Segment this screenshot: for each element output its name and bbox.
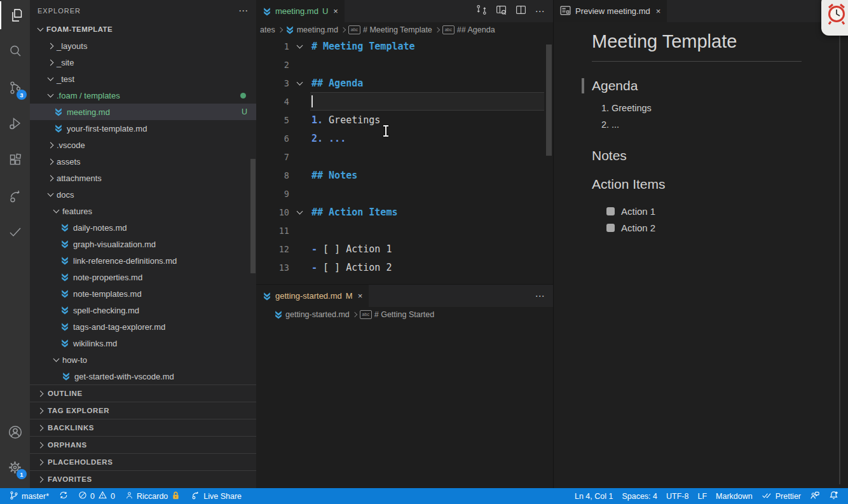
chevron-right-icon [277, 27, 282, 32]
editor-scrollbar[interactable] [546, 44, 552, 156]
more-actions-icon[interactable]: ⋯ [535, 290, 546, 302]
fold-chevron-icon[interactable] [289, 45, 310, 48]
tree-item-meeting-md[interactable]: meeting.mdU [30, 104, 256, 120]
settings-gear-icon[interactable]: 1 [0, 453, 30, 481]
tree-item-site[interactable]: _site [30, 54, 256, 71]
code-line[interactable]: 8## Notes [256, 166, 553, 184]
sidebar-section-orphans[interactable]: ORPHANS [30, 436, 256, 453]
open-changes-icon[interactable] [476, 4, 487, 18]
tree-item-graph-visualization-md[interactable]: graph-visualization.md [30, 236, 256, 252]
feedback-button[interactable] [805, 488, 824, 504]
file-tree: FOAM-TEMPLATE_layouts_site_test.foam / t… [30, 21, 256, 385]
sidebar-scrollbar[interactable] [250, 159, 256, 273]
sidebar-section-favorites[interactable]: FAVORITES [30, 470, 256, 487]
tree-item-docs[interactable]: docs [30, 186, 256, 203]
explorer-icon[interactable] [0, 1, 31, 29]
sidebar-more-actions[interactable]: ⋯ [238, 5, 249, 17]
tree-item-features[interactable]: features [30, 203, 256, 219]
breadcrumb-h1[interactable]: abc# Getting Started [360, 310, 435, 319]
fold-chevron-icon[interactable] [289, 211, 310, 214]
tree-item-assets[interactable]: assets [30, 153, 256, 170]
sidebar-section-backlinks[interactable]: BACKLINKS [30, 419, 256, 436]
code-line[interactable]: 12- [ ] Action 1 [256, 240, 553, 258]
sync-button[interactable] [55, 488, 72, 504]
code-line[interactable]: 7 [256, 147, 553, 166]
sidebar-section-tag-explorer[interactable]: TAG EXPLORER [30, 402, 256, 419]
code-line[interactable]: 13- [ ] Action 2 [256, 258, 553, 276]
search-icon[interactable] [0, 37, 30, 65]
code-line[interactable]: 11 [256, 221, 553, 240]
tab-preview-meeting[interactable]: Preview meeting.md × [554, 0, 667, 22]
sidebar-section-placeholders[interactable]: PLACEHOLDERS [30, 453, 256, 470]
preview-scrollbar[interactable] [839, 23, 840, 484]
todo-check-icon[interactable] [0, 218, 30, 246]
close-icon[interactable]: × [358, 291, 363, 301]
code-line[interactable]: 1# Meeting Template [256, 37, 553, 55]
breadcrumb-h1[interactable]: abc# Meeting Template [348, 25, 432, 34]
breadcrumb-file[interactable]: getting-started.md [274, 310, 350, 319]
live-share-icon[interactable] [0, 182, 30, 210]
live-share-status[interactable]: Live Share [186, 488, 246, 504]
tree-item-get-started-with-vscode-md[interactable]: get-started-with-vscode.md [30, 368, 256, 385]
tree-item-how-to[interactable]: how-to [30, 351, 256, 368]
notifications-button[interactable] [824, 488, 843, 504]
tab-label: Preview meeting.md [575, 6, 650, 16]
tree-item-label: _test [57, 74, 74, 84]
section-label: TAG EXPLORER [48, 407, 109, 414]
eol-status[interactable]: LF [693, 488, 711, 504]
tree-item-daily-notes-md[interactable]: daily-notes.md [30, 219, 256, 236]
code-line[interactable]: 62. ... [256, 129, 553, 147]
tree-item-wikilinks-md[interactable]: wikilinks.md [30, 335, 256, 351]
run-debug-icon[interactable] [0, 109, 30, 137]
tree-item-attachments[interactable]: attachments [30, 170, 256, 186]
breadcrumb-h2[interactable]: abc## Agenda [442, 25, 495, 34]
tree-item-foam-template[interactable]: FOAM-TEMPLATE [30, 21, 256, 37]
language-mode-status[interactable]: Markdown [711, 488, 757, 504]
tree-item-note-templates-md[interactable]: note-templates.md [30, 285, 256, 302]
tree-item-label: wikilinks.md [73, 339, 117, 348]
fold-chevron-icon[interactable] [289, 82, 310, 85]
formatter-status[interactable]: Prettier [757, 488, 805, 504]
user-status[interactable]: Riccardo [121, 488, 185, 504]
encoding-status[interactable]: UTF-8 [662, 488, 693, 504]
preview-h2-agenda: Agenda [582, 78, 804, 93]
tab-meeting-md[interactable]: meeting.md U × [256, 0, 345, 22]
chevron-right-icon [352, 311, 357, 317]
tree-item-spell-checking-md[interactable]: spell-checking.md [30, 302, 256, 318]
split-editor-icon[interactable] [516, 4, 526, 18]
tree-item-vscode[interactable]: .vscode [30, 137, 256, 153]
indentation-status[interactable]: Spaces: 4 [617, 488, 662, 504]
tree-item-foam-templates[interactable]: .foam / templates [30, 87, 256, 104]
extensions-icon[interactable] [0, 146, 30, 174]
cursor-position-status[interactable]: Ln 4, Col 1 [570, 488, 617, 504]
tree-item-test[interactable]: _test [30, 71, 256, 87]
code-line[interactable]: 10## Action Items [256, 203, 553, 221]
more-actions-icon[interactable]: ⋯ [535, 6, 546, 17]
tree-item-link-reference-definitions-md[interactable]: link-reference-definitions.md [30, 252, 256, 269]
breadcrumb-file[interactable]: meeting.md [285, 25, 338, 34]
code-editor-meeting[interactable]: 1# Meeting Template23## Agenda451. Greet… [256, 37, 553, 276]
code-line[interactable]: 9 [256, 184, 553, 203]
sidebar-section-outline[interactable]: OUTLINE [30, 385, 256, 402]
tree-item-tags-and-tag-explorer-md[interactable]: tags-and-tag-explorer.md [30, 318, 256, 335]
line-number: 7 [256, 152, 289, 162]
text-cursor [311, 95, 313, 107]
code-line[interactable]: 2 [256, 55, 553, 74]
source-control-icon[interactable]: 3 [0, 74, 30, 102]
code-line[interactable]: 4 [256, 92, 553, 111]
code-line[interactable]: 51. Greetings [256, 111, 553, 129]
tab-getting-started-md[interactable]: getting-started.md M × [256, 285, 369, 307]
breadcrumb-folder[interactable]: ates [260, 25, 275, 34]
markdown-file-icon [60, 322, 69, 331]
tree-item-your-first-template-md[interactable]: your-first-template.md [30, 120, 256, 137]
problems-status[interactable]: 0 0 [74, 488, 120, 504]
tree-item-note-properties-md[interactable]: note-properties.md [30, 269, 256, 285]
account-icon[interactable] [0, 418, 30, 446]
editor-group-column: meeting.md U × ⋯ ates meeting.md [256, 0, 553, 488]
code-line[interactable]: 3## Agenda [256, 74, 553, 92]
close-icon[interactable]: × [333, 6, 338, 16]
git-branch-status[interactable]: master* [5, 488, 53, 504]
close-icon[interactable]: × [656, 6, 661, 16]
tree-item-layouts[interactable]: _layouts [30, 37, 256, 54]
open-preview-side-icon[interactable] [496, 4, 507, 18]
